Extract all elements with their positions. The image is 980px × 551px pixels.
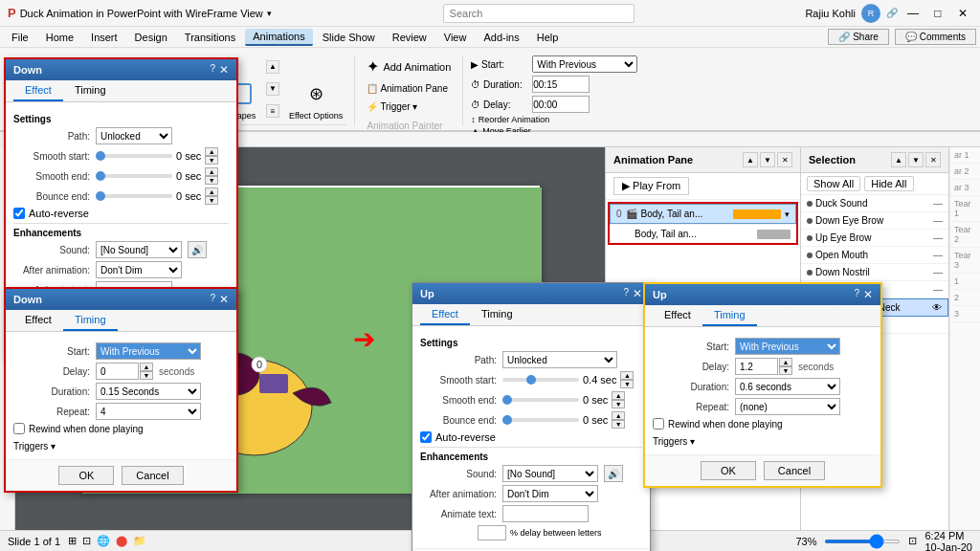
trigger-btn[interactable]: ⚡ Trigger ▾ (363, 99, 455, 114)
d-up-up2[interactable]: ▲ (779, 358, 792, 366)
bounce-thumb-up1[interactable] (502, 415, 512, 425)
anim-item-1[interactable]: 0 🎬 Body, Tail an... ▾ (610, 204, 796, 224)
anim-dropdown-1[interactable]: ▾ (785, 209, 790, 219)
sel-eye-4[interactable]: — (933, 250, 943, 260)
dialog-up2-help[interactable]: ? (854, 288, 859, 301)
duration-select-up2[interactable]: 0.6 seconds (735, 378, 840, 395)
rewind-check-2[interactable] (13, 423, 25, 434)
dialog-down2-cancel[interactable]: Cancel (122, 466, 183, 485)
animation-pane-btn[interactable]: 📋 Animation Pane (363, 81, 455, 96)
dialog-up2-tab-effect[interactable]: Effect (653, 305, 702, 326)
sound-btn-up1[interactable]: 🔊 (604, 465, 623, 482)
be-dn-1[interactable]: ▼ (205, 196, 218, 205)
animation-painter-btn[interactable]: Animation Painter (363, 118, 455, 133)
ss-up-up1[interactable]: ▲ (620, 371, 634, 380)
dialog-down1-tab-timing[interactable]: Timing (63, 80, 118, 101)
ribbon-effect-options[interactable]: ⊛ Effect Options (285, 77, 346, 122)
dialog-up1-tab-timing[interactable]: Timing (470, 304, 524, 325)
d-up-2[interactable]: ▲ (140, 363, 153, 371)
tb-icon-edge[interactable]: 🌐 (97, 535, 110, 547)
smooth-start-thumb-up1[interactable] (526, 375, 536, 385)
duration-select-2[interactable]: 0.15 Seconds (96, 383, 201, 400)
menu-file[interactable]: File (4, 30, 36, 45)
sel-eye-7[interactable]: 👁 (932, 302, 942, 313)
menu-view[interactable]: View (436, 30, 475, 45)
menu-addins[interactable]: Add-ins (476, 30, 526, 45)
sound-select-1[interactable]: [No Sound] (96, 241, 182, 258)
dialog-down2-close[interactable]: ✕ (219, 293, 229, 306)
dialog-down2-ok[interactable]: OK (58, 466, 114, 485)
smooth-end-thumb-up1[interactable] (502, 395, 512, 405)
auto-reverse-check-up1[interactable] (420, 431, 432, 443)
menu-animations[interactable]: Animations (245, 29, 312, 46)
se-dn-up1[interactable]: ▼ (612, 400, 625, 408)
path-select-1[interactable]: Unlocked (96, 127, 172, 144)
triggers-btn-2[interactable]: Triggers ▾ (13, 441, 56, 452)
sel-eye-3[interactable]: — (933, 232, 943, 243)
sel-eye-2[interactable]: — (933, 215, 943, 226)
dialog-down1-tab-effect[interactable]: Effect (13, 80, 63, 101)
delay-pct-input-up1[interactable] (478, 525, 506, 540)
ribbon-scroll-up[interactable]: ▲ (266, 60, 279, 74)
d-dn-up2[interactable]: ▼ (779, 366, 792, 375)
animate-text-input-up1[interactable] (502, 505, 589, 522)
sound-select-up1[interactable]: [No Sound] (502, 465, 598, 482)
sel-up-eye-brow[interactable]: Up Eye Brow — (801, 230, 948, 247)
zoom-fit-btn[interactable]: ⊡ (908, 535, 917, 547)
anim-pane-down-btn[interactable]: ▼ (760, 152, 775, 167)
delay-input-up2[interactable] (735, 358, 778, 375)
triggers-btn-up2[interactable]: Triggers ▾ (653, 436, 695, 447)
sel-down-nostril[interactable]: Down Nostril — (801, 264, 948, 281)
repeat-select-2[interactable]: 4 (96, 403, 201, 420)
selection-close-btn[interactable]: ✕ (925, 152, 941, 167)
show-all-btn[interactable]: Show All (807, 176, 860, 191)
menu-home[interactable]: Home (38, 30, 81, 45)
start-select-up2[interactable]: With Previous (735, 338, 840, 355)
dialog-up2-cancel[interactable]: Cancel (764, 461, 825, 480)
duration-input[interactable] (532, 76, 590, 93)
sel-eye-1[interactable]: — (933, 198, 943, 209)
be-dn-up1[interactable]: ▼ (612, 420, 625, 429)
menu-slideshow[interactable]: Slide Show (315, 30, 383, 45)
start-select[interactable]: With Previous (532, 55, 637, 73)
se-dn-1[interactable]: ▼ (205, 176, 218, 185)
search-input[interactable] (443, 4, 635, 23)
delay-input[interactable] (532, 96, 590, 113)
sel-eye-6[interactable]: — (933, 284, 943, 295)
dialog-up1-close[interactable]: ✕ (633, 287, 642, 300)
ribbon-add-animation[interactable]: ✦ Add Animation (363, 55, 455, 77)
anim-pane-up-btn[interactable]: ▲ (743, 152, 758, 167)
after-anim-select-1[interactable]: Don't Dim (96, 261, 182, 278)
menu-transitions[interactable]: Transitions (177, 30, 243, 45)
tb-icon-1[interactable]: ⊞ (68, 535, 77, 547)
dialog-up1-help[interactable]: ? (623, 287, 629, 300)
hide-all-btn[interactable]: Hide All (864, 176, 913, 191)
share-button[interactable]: 🔗 Share (828, 29, 888, 45)
d-dn-2[interactable]: ▼ (140, 371, 153, 380)
sel-eye-5[interactable]: — (933, 267, 943, 277)
menu-review[interactable]: Review (385, 30, 434, 45)
tb-icon-chrome[interactable]: ⬤ (116, 535, 127, 547)
ss-up-1[interactable]: ▲ (205, 147, 218, 156)
sel-down-eye-brow[interactable]: Down Eye Brow — (801, 212, 948, 230)
se-up-1[interactable]: ▲ (205, 167, 218, 176)
smooth-start-thumb-1[interactable] (96, 151, 105, 161)
play-from-btn[interactable]: ▶ Play From (613, 177, 689, 195)
ss-dn-1[interactable]: ▼ (205, 156, 218, 165)
comments-button[interactable]: 💬 Comments (895, 29, 976, 45)
sel-open-mouth[interactable]: Open Mouth — (801, 247, 948, 264)
selection-up-btn[interactable]: ▲ (891, 152, 906, 167)
start-select-2[interactable]: With Previous (96, 342, 201, 360)
ss-dn-up1[interactable]: ▼ (620, 380, 634, 388)
dialog-up2-tab-timing[interactable]: Timing (702, 305, 757, 326)
after-anim-select-up1[interactable]: Don't Dim (502, 485, 598, 502)
sound-btn-1[interactable]: 🔊 (188, 241, 207, 258)
dialog-down2-tab-effect[interactable]: Effect (13, 310, 63, 331)
ribbon-scroll-more[interactable]: ≡ (266, 104, 279, 118)
anim-pane-close-btn[interactable]: ✕ (777, 152, 792, 167)
dialog-up2-close[interactable]: ✕ (863, 288, 873, 301)
zoom-slider[interactable] (824, 540, 901, 543)
menu-help[interactable]: Help (529, 30, 567, 45)
tb-icon-2[interactable]: ⊡ (82, 535, 91, 547)
dialog-up1-tab-effect[interactable]: Effect (420, 304, 470, 325)
